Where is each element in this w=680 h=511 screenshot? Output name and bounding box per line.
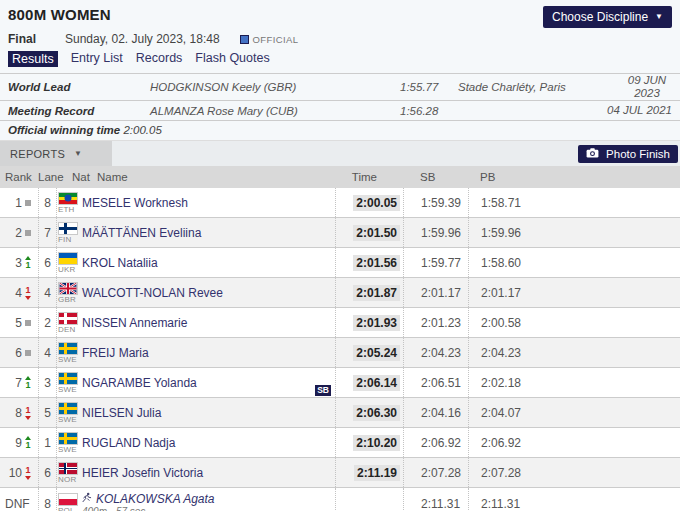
filler-cell [543,338,680,367]
athlete-name[interactable]: KOLAKOWSKA Agata [82,492,215,506]
athlete-name[interactable]: WALCOTT-NOLAN Revee [82,286,223,300]
rank-value: 8 [5,406,22,420]
athlete-name[interactable]: HEIER Josefin Victoria [82,466,203,480]
flag-nor-icon [58,462,78,475]
pb-cell: 2:06.92 [468,428,543,457]
table-row: DNF8POLKOLAKOWSKA Agata400m - 57 sec2:11… [0,488,680,511]
time-cell: 2:06.30 [335,398,403,427]
reports-label: REPORTS [10,148,65,160]
athlete-name[interactable]: NISSEN Annemarie [82,316,187,330]
nat-cell: DEN [56,308,82,337]
lane-cell: 4 [38,338,56,367]
reports-dropdown[interactable]: REPORTS ▼ [0,141,112,166]
record-row: World LeadHODGKINSON Keely (GBR)1:55.77S… [0,74,680,101]
name-cell: FREIJ Maria [82,338,335,367]
page-title: 800M WOMEN [8,6,111,23]
toolbar: REPORTS ▼ Photo Finish [0,141,680,166]
event-datetime: Sunday, 02. July 2023, 18:48 [65,32,220,46]
flag-wrap: UKR [58,252,78,274]
tab-entry-list[interactable]: Entry List [71,51,123,67]
photo-finish-label: Photo Finish [606,148,670,160]
rank-value: 2 [5,226,22,240]
time-value: 2:01.93 [353,315,400,331]
rank-up-icon: 1 [25,376,31,390]
table-row: 815SWENIELSEN Julia2:06.302:04.162:04.07 [0,398,680,428]
col-lane: Lane [38,171,72,183]
col-sb: SB [403,171,468,183]
pb-cell: 2:01.17 [468,278,543,307]
record-mark: 1:56.28 [400,105,458,117]
athlete-name[interactable]: FREIJ Maria [82,346,149,360]
sb-cell: 2:04.16 [403,398,468,427]
choose-discipline-button[interactable]: Choose Discipline ▼ [543,6,672,28]
time-value: 2:06.30 [353,405,400,421]
nat-code: SWE [58,445,77,454]
athlete-name[interactable]: MESELE Worknesh [82,196,188,210]
time-value: 2:01.87 [353,285,400,301]
filler-cell [543,308,680,337]
col-rank: Rank [0,171,38,183]
pb-cell: 2:02.18 [468,368,543,397]
nat-cell: SWE [56,368,82,397]
name-cell: NGARAMBE YolandaSB [82,368,335,397]
flag-den-icon [58,312,78,325]
athlete-name[interactable]: NIELSEN Julia [82,406,161,420]
flag-gbr-icon [58,282,78,295]
official-square-icon [240,35,249,44]
chevron-down-icon: ▼ [655,13,663,21]
lane-cell: 4 [38,278,56,307]
photo-finish-button[interactable]: Photo Finish [578,145,678,163]
rank-value: 3 [5,256,22,270]
col-name: Name [97,171,335,183]
sb-cell: 2:01.17 [403,278,468,307]
rank-cell: 6 [0,338,38,367]
pb-cell: 2:04.07 [468,398,543,427]
record-row: Meeting RecordALMANZA Rose Mary (CUB)1:5… [0,101,680,121]
name-cell: MÄÄTTÄNEN Eveliina [82,218,335,247]
flag-swe-icon [58,342,78,355]
time-value: 2:05.24 [353,345,400,361]
flag-swe-icon [58,432,78,445]
name-cell: NIELSEN Julia [82,398,335,427]
sb-cell: 2:04.23 [403,338,468,367]
runner-icon [82,492,92,506]
athlete-name[interactable]: KROL Nataliia [82,256,158,270]
name-cell: KROL Nataliia [82,248,335,277]
nat-cell: SWE [56,428,82,457]
filler-cell [543,248,680,277]
sb-cell: 2:06.92 [403,428,468,457]
record-label: Meeting Record [8,105,150,117]
flag-fin-icon [58,222,78,235]
nat-code: ETH [58,205,75,214]
rank-up-icon: 1 [25,256,31,270]
col-time: Time [335,171,403,183]
sb-cell: 1:59.77 [403,248,468,277]
athlete-name[interactable]: NGARAMBE Yolanda [82,376,197,390]
rank-down-icon: 1 [25,466,31,480]
record-date: 04 JUL 2021 [607,104,672,117]
table-row: 18ETHMESELE Worknesh2:00.051:59.391:58.7… [0,188,680,218]
tab-records[interactable]: Records [136,51,183,67]
time-cell: 2:00.05 [335,188,403,217]
nat-code: UKR [58,265,76,274]
lane-cell: 5 [38,398,56,427]
athlete-name[interactable]: MÄÄTTÄNEN Eveliina [82,226,201,240]
rank-value: 6 [5,346,22,360]
filler-cell [543,458,680,487]
table-row: 911SWERUGLAND Nadja2:10.202:06.922:06.92 [0,428,680,458]
pb-cell: 1:58.71 [468,188,543,217]
time-value: 2:06.14 [353,375,400,391]
time-value: 2:10.20 [353,435,400,451]
records-list: World LeadHODGKINSON Keely (GBR)1:55.77S… [0,73,680,121]
time-cell: 2:01.50 [335,218,403,247]
sb-cell: 1:59.39 [403,188,468,217]
camera-icon [586,148,599,160]
tab-flash-quotes[interactable]: Flash Quotes [195,51,269,67]
rank-down-icon: 1 [25,406,31,420]
flag-wrap: POL [58,493,78,511]
athlete-name[interactable]: RUGLAND Nadja [82,436,175,450]
tab-results[interactable]: Results [8,51,58,67]
name-cell: KOLAKOWSKA Agata400m - 57 sec [82,488,335,511]
rank-cell: 31 [0,248,38,277]
sb-cell: 2:11.31 [403,488,468,511]
